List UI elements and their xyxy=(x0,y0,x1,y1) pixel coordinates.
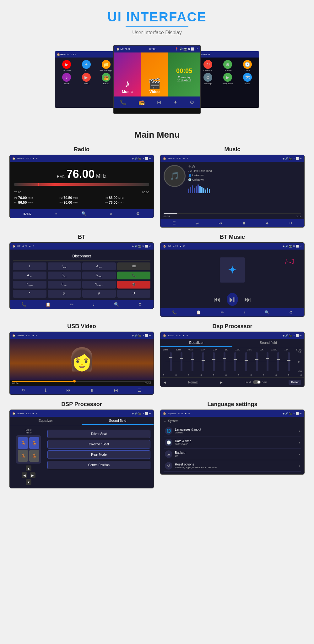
dsp2-nav-down[interactable]: ▼ xyxy=(26,479,31,485)
bt-music-notes: ♪♫ xyxy=(284,256,295,266)
language-block: Language settings 🏠 System 4:32 ● P ◈ 🔊 … xyxy=(160,401,305,488)
left-icon-video: ▶ Video xyxy=(77,73,96,85)
lang-breadcrumb: ← System xyxy=(164,419,301,423)
bt-music-label: BT Music xyxy=(220,234,245,240)
dsp-tab-sf[interactable]: Sound field xyxy=(232,339,304,347)
bt-key-6[interactable]: 6MNO xyxy=(82,272,116,279)
bt-key-del[interactable]: ⌫ xyxy=(117,262,151,270)
preset-5: P5 90.00 MHz xyxy=(59,201,104,204)
right-icon-playstore: ▶ Play Store xyxy=(219,73,237,85)
lang-item-backup[interactable]: ☁ Backup Off › xyxy=(164,449,301,460)
lang-item-languages[interactable]: 🌐 Languages & input Gboard › xyxy=(164,425,301,437)
screens-grid: Radio 🏠 Radio 4:22 ● P ◈ 🔊 📷 ✕ ⬜ ↩ FM1 7… xyxy=(0,143,314,495)
bt-topbar: 🏠 BT 4:22 ● P ◈ 🔊 📷 ✕ ⬜ ↩ xyxy=(10,243,154,250)
left-icon-youtube: ▶ YouTube xyxy=(57,60,76,72)
dsp2-seat-map: LR: 0 FB: 0 🪑 🪑 🪑 🪑 ▲ xyxy=(13,428,44,485)
bt-music-playback: ⏮ ⏯ ⏭ xyxy=(160,290,304,308)
subtitle: User Interface Display xyxy=(6,30,308,36)
dsp-processor2-screen: 🏠 Audio 4:25 ● P ◈ 🔊 📷 ✕ ⬜ ↩ Equalizer S… xyxy=(9,410,154,488)
bt-key-3[interactable]: 3DEF xyxy=(82,262,116,270)
dsp2-nav-up[interactable]: ▲ xyxy=(26,465,31,471)
bt-disconnect: Disconnect xyxy=(13,252,150,261)
left-icon-radio: 📻 Radio xyxy=(97,73,115,85)
dsp2-nav-left[interactable]: ◀ xyxy=(22,472,27,478)
card-music: ♪ Music xyxy=(114,52,141,96)
music-topbar: 🏠 Music 4:46 ● P ◈ 🔊 📷 ✕ ⬜ ↩ xyxy=(160,155,304,162)
bt-music-bottom: 📞 📋 ✏ ♪ 🔍 ⚙ xyxy=(160,308,304,316)
language-topbar: 🏠 System 4:32 ● P ◈ 🔊 📷 ✕ ⬜ ↩ xyxy=(160,410,304,417)
dsp2-buttons: Driver Seat Co-driver Seat Rear Mode Cen… xyxy=(47,428,150,485)
dsp2-tabs: Equalizer Sound field xyxy=(10,417,154,425)
music-bars xyxy=(188,184,301,193)
dsp-tab-eq[interactable]: Equalizer xyxy=(160,339,232,347)
preset-2: P2 79.50 MHz xyxy=(59,196,104,200)
driver-seat-button[interactable]: Driver Seat xyxy=(47,430,150,438)
bt-label: BT xyxy=(78,234,85,240)
rear-mode-button[interactable]: Rear Mode xyxy=(47,450,150,459)
bt-screen: 🏠 BT 4:22 ● P ◈ 🔊 📷 ✕ ⬜ ↩ Disconnect 1 2… xyxy=(9,242,154,309)
dsp-body: Equalizer Sound field 60Hz 80Hz 0.1K 0.2… xyxy=(160,339,304,387)
bt-key-end[interactable]: 📵 xyxy=(117,281,151,289)
music-progress: 00:04 3:11 xyxy=(160,212,304,219)
right-topbar: 🏠 MENU4 xyxy=(196,51,259,58)
usb-video-label: USB Video xyxy=(67,323,96,330)
dsp2-nav-right[interactable]: ▶ xyxy=(30,472,35,478)
radio-freq: FM1 76.00 MHz xyxy=(14,168,149,181)
bt-key-2[interactable]: 2ABC xyxy=(48,262,81,270)
dsp2-tab-eq[interactable]: Equalizer xyxy=(10,417,82,425)
dsp-processor-label: Dsp Processor xyxy=(212,323,252,330)
bt-key-call[interactable]: 📞 xyxy=(117,272,151,279)
bt-music-block: BT Music 🏠 BT 4:23 ● P ◈ 🔊 📷 ✕ ⬜ ↩ ✦ ♪♫ xyxy=(160,234,305,317)
bt-key-4[interactable]: 4GHI xyxy=(13,272,46,279)
right-icon-clock: 🕐 Clock xyxy=(238,60,257,72)
center-bottom-bar: 📞 📻 ⊞ ✦ ⚙ xyxy=(114,96,200,108)
usb-video-block: USB Video 🏠 Video 4:47 ● P ◈ 🔊 📷 ✕ ⬜ ↩ O… xyxy=(9,323,154,395)
bt-key-star[interactable]: * xyxy=(13,290,46,298)
lang-item-backup-icon: ☁ xyxy=(165,450,172,458)
dsp-eq-area xyxy=(163,351,297,373)
lang-item-reset[interactable]: ↺ Reset options Network, apps, or device… xyxy=(164,460,301,472)
usb-video-screen: 🏠 Video 4:47 ● P ◈ 🔊 📷 ✕ ⬜ ↩ OH 11Mbps 1… xyxy=(9,332,154,395)
radio-body: FM1 76.00 MHz 76.00 90.00 P1 76.00 xyxy=(10,162,154,209)
left-icons: ▶ YouTube ✦ BT 📁 File Manager ♪ Music ▶ xyxy=(55,58,118,87)
bt-key-5[interactable]: 5JKL xyxy=(48,272,81,279)
music-album: 🎵 xyxy=(164,165,186,187)
video-thumbnail: OH 11Mbps 1920~1080 AVI.avi 2/3 👩 xyxy=(10,339,154,380)
bt-keypad: 1 2ABC 3DEF ⌫ 4GHI 5JKL 6MNO 📞 7PQRS 8TU… xyxy=(13,262,150,298)
lang-item-datetime[interactable]: 🕐 Date & time GMT+00:00 › xyxy=(164,437,301,449)
center-topbar: 🏠 MENU4 00:05 📍 🔊 📷 ✕ ⬜ ↩ xyxy=(114,46,200,52)
music-screen: 🏠 Music 4:46 ● P ◈ 🔊 📷 ✕ ⬜ ↩ 🎵 ① 1/3 xyxy=(160,155,305,228)
right-screen: 🏠 MENU4 27 Calendar ⊕ Chrome 🕐 Clock ⚙ xyxy=(196,51,259,108)
bt-key-8[interactable]: 8TUV xyxy=(48,281,81,289)
dsp-tabs: Equalizer Sound field xyxy=(160,339,304,347)
dsp-bottom: ◀ Normal ▶ Loud. OFF Reset xyxy=(160,377,304,387)
bt-key-0[interactable]: 0+ xyxy=(48,290,81,298)
dsp-processor2-block: DSP Processor 🏠 Audio 4:25 ● P ◈ 🔊 📷 ✕ ⬜… xyxy=(9,401,154,488)
radio-range: 76.00 90.00 xyxy=(14,191,149,194)
music-label: Music xyxy=(224,146,240,153)
preset-1: P1 76.00 MHz xyxy=(14,196,58,200)
main-menu-title: Main Menu xyxy=(0,124,314,143)
title-rest: INTERFACE xyxy=(122,9,207,24)
video-progress: 01:34 03:33 xyxy=(10,380,154,386)
title-blue: UI xyxy=(107,9,122,24)
card-video: 🎬 Video xyxy=(141,52,168,96)
dsp-processor2-label: DSP Processor xyxy=(61,401,102,408)
title-underline xyxy=(126,26,188,27)
bt-key-7[interactable]: 7PQRS xyxy=(13,281,46,289)
radio-controls: BAND « 🔍 » ⚙ xyxy=(10,209,154,218)
dsp-reset-button[interactable]: Reset xyxy=(289,380,301,385)
language-label: Language settings xyxy=(207,401,257,408)
music-controls: ☰ ⇌ ⏮ ⏸ ⏭ ↺ xyxy=(160,219,304,227)
bt-key-1[interactable]: 1 xyxy=(13,262,46,270)
bt-key-refresh[interactable]: ↺ xyxy=(117,290,151,298)
bt-key-9[interactable]: 9WXYZ xyxy=(82,281,116,289)
codriver-seat-button[interactable]: Co-driver Seat xyxy=(47,440,150,449)
music-body: 🎵 ① 1/3 ♪ A Little Love.mp3 👤 Unknown 💿 … xyxy=(160,162,304,212)
bt-key-hash[interactable]: # xyxy=(82,290,116,298)
language-screen: 🏠 System 4:32 ● P ◈ 🔊 📷 ✕ ⬜ ↩ ← System 🌐 xyxy=(160,410,305,475)
dsp-eq-labels: 60Hz 80Hz 0.1K 0.2K 0.5K 1K 1.5K 2.5K 10… xyxy=(160,347,304,351)
centre-position-button[interactable]: Centre Position xyxy=(47,461,150,469)
dsp2-tab-sf[interactable]: Sound field xyxy=(82,417,154,425)
dsp2-body: LR: 0 FB: 0 🪑 🪑 🪑 🪑 ▲ xyxy=(10,425,154,488)
